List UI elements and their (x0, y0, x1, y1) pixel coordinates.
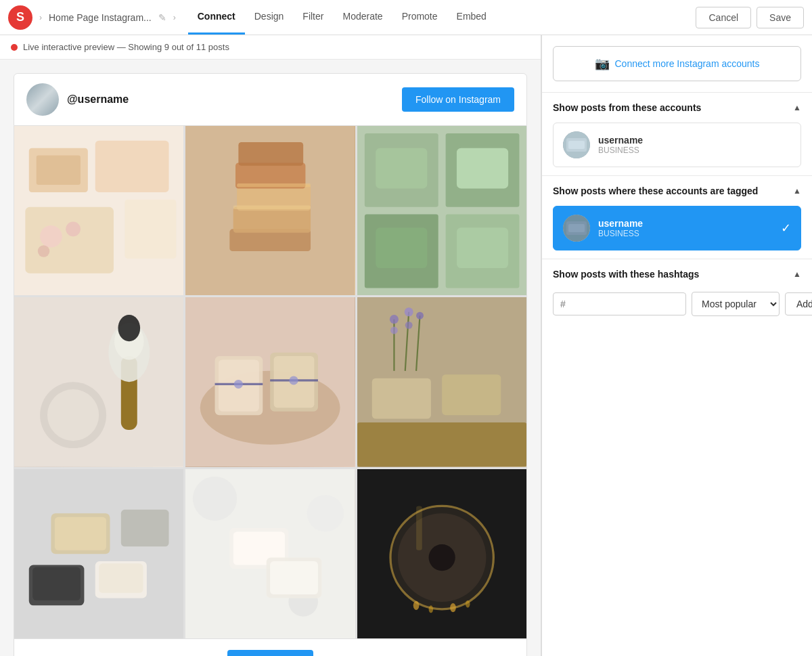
load-more-button[interactable]: Load more (227, 650, 313, 656)
svg-rect-26 (14, 297, 183, 466)
tab-design[interactable]: Design (245, 0, 294, 35)
section-from-accounts-content: username BUSINESS (542, 123, 812, 167)
hashtag-add-button[interactable]: Add (785, 292, 812, 315)
image-grid (14, 126, 527, 639)
account-avatar-tagged-1 (563, 215, 590, 242)
connect-instagram-label: Connect more Instagram accounts (615, 58, 760, 69)
svg-point-64 (193, 477, 237, 521)
hashtag-inputs-row: Most popular Recent Top Add (553, 292, 801, 316)
svg-rect-44 (357, 422, 526, 466)
chevron-up-icon-hashtags: ▲ (793, 269, 801, 279)
svg-rect-57 (32, 567, 81, 600)
topbar: S › Home Page Instagram... ✎ › Connect D… (0, 0, 812, 35)
svg-point-78 (450, 603, 456, 612)
svg-point-50 (390, 315, 399, 324)
section-tagged-accounts-content: username BUSINESS ✓ (542, 206, 812, 250)
tab-embed[interactable]: Embed (447, 0, 496, 35)
grid-cell-9 (357, 469, 526, 638)
svg-rect-3 (95, 141, 169, 192)
svg-rect-4 (25, 207, 114, 274)
tab-moderate[interactable]: Moderate (333, 0, 392, 35)
feed-avatar-area: @username (26, 83, 129, 116)
grid-cell-6 (357, 297, 526, 466)
svg-rect-45 (371, 378, 430, 419)
grid-cell-5 (185, 297, 355, 466)
avatar (26, 83, 59, 116)
right-panel: 📷 Connect more Instagram accounts Show p… (541, 35, 812, 656)
svg-point-41 (234, 380, 243, 389)
svg-point-77 (428, 605, 433, 613)
svg-rect-70 (270, 561, 318, 594)
svg-point-52 (416, 312, 424, 320)
account-card-from-1[interactable]: username BUSINESS (553, 123, 801, 167)
tab-connect[interactable]: Connect (188, 0, 245, 35)
main-layout: Live interactive preview — Showing 9 out… (0, 35, 812, 656)
svg-point-51 (404, 308, 413, 317)
svg-rect-46 (442, 375, 501, 416)
svg-point-54 (405, 322, 412, 329)
feed-header: @username Follow on Instagram (14, 73, 527, 126)
svg-point-65 (307, 495, 344, 531)
cancel-button[interactable]: Cancel (696, 7, 751, 28)
tab-filter[interactable]: Filter (293, 0, 333, 35)
section-from-accounts-header[interactable]: Show posts from these accounts ▲ (542, 92, 812, 123)
follow-instagram-button[interactable]: Follow on Instagram (402, 87, 514, 112)
grid-cell-2 (185, 126, 355, 295)
svg-point-32 (118, 315, 140, 341)
section-hashtags-title: Show posts with these hashtags (553, 269, 699, 280)
status-bar: Live interactive preview — Showing 9 out… (0, 35, 541, 60)
section-from-accounts-title: Show posts from these accounts (553, 102, 701, 113)
account-info-tagged-1: username BUSINESS (598, 218, 773, 238)
svg-rect-14 (239, 142, 304, 166)
svg-point-8 (38, 245, 49, 257)
svg-rect-2 (37, 156, 81, 185)
svg-rect-59 (99, 563, 143, 593)
svg-rect-25 (457, 227, 508, 268)
breadcrumb-title: Home Page Instagram... (49, 12, 152, 23)
chevron-up-icon-from: ▲ (793, 103, 801, 112)
instagram-icon: 📷 (595, 56, 610, 71)
edit-icon[interactable]: ✎ (158, 12, 166, 23)
svg-point-74 (428, 544, 455, 571)
svg-rect-16 (238, 183, 311, 187)
left-panel: Live interactive preview — Showing 9 out… (0, 35, 541, 656)
feed-username: @username (67, 93, 129, 106)
account-type-from-1: BUSINESS (598, 146, 791, 155)
svg-rect-5 (125, 200, 176, 259)
hashtag-input[interactable] (553, 292, 686, 315)
load-more-area: Load more (14, 639, 527, 656)
svg-point-42 (290, 376, 298, 385)
account-name-from-1: username (598, 135, 791, 146)
svg-rect-11 (233, 207, 311, 233)
section-hashtags-header[interactable]: Show posts with these hashtags ▲ (542, 259, 812, 289)
grid-cell-7 (14, 469, 183, 638)
feed-container: @username Follow on Instagram (0, 60, 541, 656)
svg-rect-86 (568, 224, 585, 232)
topbar-actions: Cancel Save (696, 7, 804, 28)
svg-rect-80 (416, 506, 422, 550)
svg-point-28 (47, 389, 99, 441)
account-info-from-1: username BUSINESS (598, 135, 791, 155)
account-avatar-from-1 (563, 131, 590, 158)
svg-point-53 (390, 327, 398, 334)
svg-rect-61 (55, 517, 106, 550)
tab-promote[interactable]: Promote (392, 0, 447, 35)
grid-cell-8 (185, 469, 355, 638)
svg-point-79 (466, 600, 470, 607)
avatar-image (26, 83, 59, 116)
svg-rect-62 (121, 510, 169, 546)
save-button[interactable]: Save (757, 7, 804, 28)
hashtag-sort-select[interactable]: Most popular Recent Top (692, 292, 780, 316)
section-tagged-accounts-title: Show posts where these accounts are tagg… (553, 185, 758, 196)
check-icon: ✓ (781, 221, 791, 236)
svg-point-76 (413, 600, 419, 609)
connect-instagram-button[interactable]: 📷 Connect more Instagram accounts (553, 46, 801, 81)
section-tagged-accounts-header[interactable]: Show posts where these accounts are tagg… (542, 175, 812, 206)
account-name-tagged-1: username (598, 218, 773, 229)
account-card-tagged-1[interactable]: username BUSINESS ✓ (553, 206, 801, 250)
svg-rect-24 (376, 227, 427, 268)
grid-cell-4 (14, 297, 183, 466)
account-type-tagged-1: BUSINESS (598, 229, 773, 238)
grid-cell-1 (14, 126, 183, 295)
svg-rect-15 (233, 206, 311, 209)
